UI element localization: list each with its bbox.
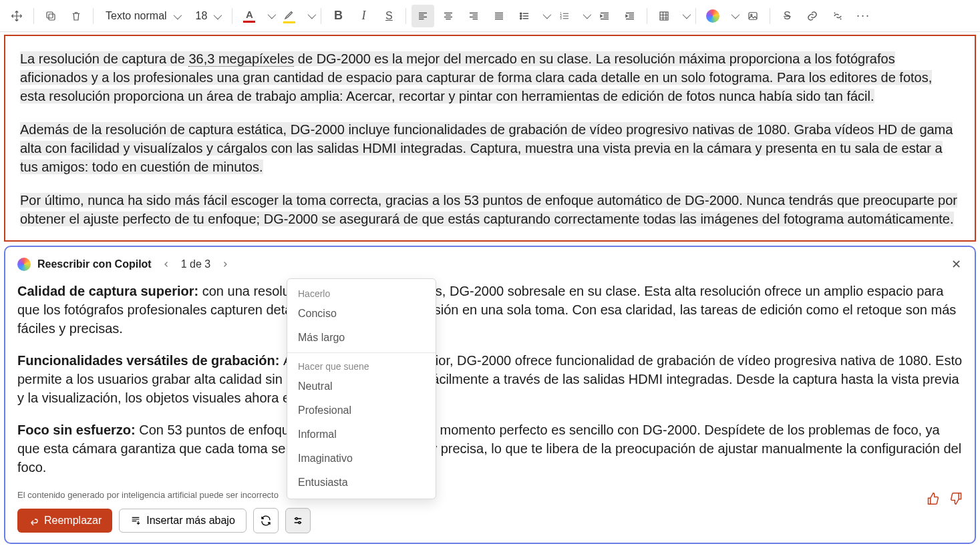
strikethrough-button[interactable]: S (776, 5, 798, 27)
copilot-icon[interactable] (701, 5, 724, 27)
thumbs-down-button[interactable] (949, 492, 963, 505)
chevron-down-icon (211, 10, 220, 22)
copilot-logo-icon (17, 258, 31, 271)
sliders-icon (292, 515, 304, 527)
doc-paragraph-1[interactable]: La resolución de captura de 36,3 megapíx… (20, 49, 960, 105)
tone-option-neutral[interactable]: Neutral (287, 374, 436, 398)
align-center-button[interactable] (437, 5, 460, 27)
copilot-footer: Reemplazar Insertar más abajo (17, 508, 963, 533)
regenerate-button[interactable] (253, 508, 279, 533)
thumbs-up-button[interactable] (927, 492, 940, 505)
svg-point-11 (295, 518, 297, 520)
unlink-button[interactable] (826, 5, 849, 27)
prev-suggestion-button[interactable] (158, 256, 174, 272)
align-right-button[interactable] (462, 5, 485, 27)
replace-arrow-icon (28, 515, 39, 526)
svg-point-2 (520, 13, 522, 14)
document-selection[interactable]: La resolución de captura de 36,3 megapíx… (4, 35, 976, 242)
chevron-down-icon (171, 10, 180, 22)
svg-point-12 (299, 522, 301, 524)
underline-button[interactable]: S (377, 5, 400, 27)
font-color-dropdown[interactable] (263, 5, 275, 27)
svg-rect-9 (749, 12, 757, 19)
svg-rect-0 (49, 14, 55, 20)
suggestion-counter: 1 de 3 (181, 258, 210, 270)
link-button[interactable] (801, 5, 824, 27)
font-size-value: 18 (196, 10, 208, 22)
toolbar: Texto normal 18 A B I S 123 S ··· (0, 0, 980, 32)
ai-disclaimer: El contenido generado por inteligencia a… (17, 490, 963, 500)
copy-icon[interactable] (39, 5, 62, 27)
insert-below-icon (130, 515, 141, 526)
move-icon[interactable] (5, 5, 28, 27)
tone-option-longer[interactable]: Más largo (287, 326, 436, 350)
megapixel-link[interactable]: 36,3 megapíxeles (188, 51, 294, 67)
numbered-list-button[interactable]: 123 (553, 5, 576, 27)
copilot-suggestion-body: Calidad de captura superior: con una res… (17, 282, 963, 477)
close-button[interactable]: ✕ (947, 255, 965, 274)
copilot-dropdown[interactable] (727, 5, 739, 27)
suggestion-paragraph-1: Calidad de captura superior: con una res… (17, 282, 963, 338)
numbered-list-dropdown[interactable] (579, 5, 591, 27)
tone-option-imaginative[interactable]: Imaginativo (287, 447, 436, 471)
bullet-list-button[interactable] (513, 5, 536, 27)
decrease-indent-button[interactable] (593, 5, 616, 27)
font-size-dropdown[interactable]: 18 (189, 5, 227, 27)
bold-button[interactable]: B (327, 5, 349, 27)
replace-button[interactable]: Reemplazar (17, 509, 112, 533)
align-left-button[interactable] (412, 5, 434, 27)
tone-section-sound: Hacer que suene (287, 356, 436, 374)
doc-paragraph-3[interactable]: Por último, nunca ha sido más fácil esco… (20, 191, 960, 228)
highlight-button[interactable] (278, 5, 301, 27)
copilot-header: Reescribir con Copilot 1 de 3 (17, 256, 963, 272)
suggestion-paragraph-3: Foco sin esfuerzo: Con 53 puntos de enfo… (17, 421, 963, 477)
doc-paragraph-2[interactable]: Además de la resolución de captura estát… (20, 120, 960, 176)
svg-rect-1 (47, 12, 53, 18)
suggestion-paragraph-2: Funcionalidades versátiles de grabación:… (17, 351, 963, 407)
more-options-button[interactable]: ··· (852, 5, 874, 27)
copilot-rewrite-panel: Reescribir con Copilot 1 de 3 ✕ Calidad … (4, 246, 976, 544)
svg-text:3: 3 (560, 17, 562, 20)
table-button[interactable] (653, 5, 675, 27)
insert-below-button[interactable]: Insertar más abajo (119, 509, 247, 533)
menu-divider (287, 352, 436, 353)
tone-option-concise[interactable]: Conciso (287, 302, 436, 326)
feedback-buttons (927, 492, 963, 505)
next-suggestion-button[interactable] (217, 256, 233, 272)
bullet-list-dropdown[interactable] (538, 5, 550, 27)
copilot-title: Reescribir con Copilot (37, 258, 152, 270)
tone-section-make-it: Hacerlo (287, 283, 436, 302)
svg-rect-8 (660, 12, 668, 20)
highlight-dropdown[interactable] (303, 5, 315, 27)
align-justify-button[interactable] (488, 5, 510, 27)
paragraph-style-dropdown[interactable]: Texto normal (99, 5, 186, 27)
tone-option-informal[interactable]: Informal (287, 423, 436, 447)
paragraph-style-label: Texto normal (106, 10, 167, 22)
tone-menu-popup: Hacerlo Conciso Más largo Hacer que suen… (287, 278, 436, 499)
tone-option-professional[interactable]: Profesional (287, 398, 436, 423)
image-button[interactable] (742, 5, 764, 27)
font-color-button[interactable]: A (238, 5, 261, 27)
italic-button[interactable]: I (352, 5, 375, 27)
table-dropdown[interactable] (678, 5, 690, 27)
delete-icon[interactable] (65, 5, 88, 27)
tone-option-enthusiast[interactable]: Entusiasta (287, 471, 436, 495)
svg-point-3 (520, 15, 522, 16)
tone-adjust-button[interactable] (285, 508, 311, 533)
regenerate-icon (260, 515, 272, 527)
svg-point-4 (520, 17, 522, 19)
increase-indent-button[interactable] (619, 5, 641, 27)
